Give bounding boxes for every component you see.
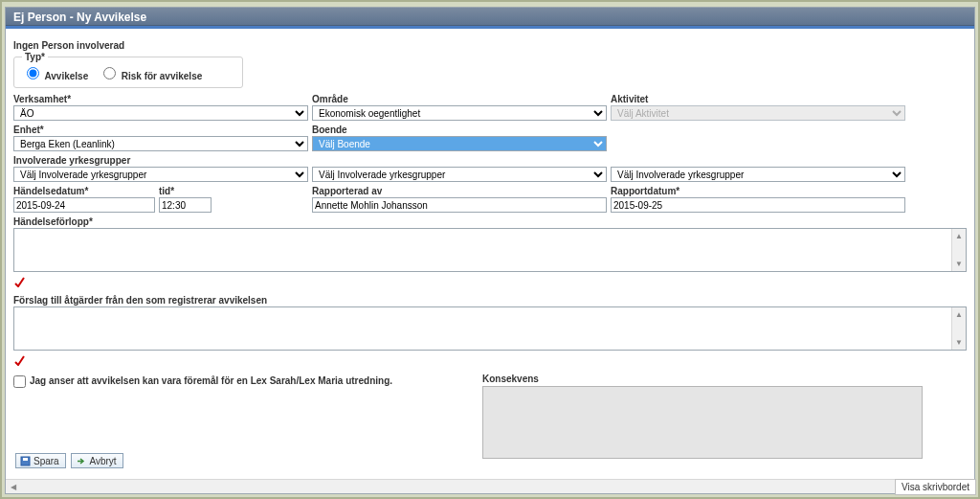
label-konsekvens: Konsekvens [482, 374, 923, 384]
cancel-button[interactable]: Avbryt [71, 453, 122, 468]
spellcheck-icon[interactable] [13, 274, 25, 287]
window-title: Ej Person - Ny Avvikelse [13, 11, 146, 24]
input-tid[interactable] [159, 197, 212, 213]
label-yrkesgrupper: Involverade yrkesgrupper [13, 155, 308, 166]
typ-group: Typ* Avvikelse Risk för avvikelse [13, 57, 243, 88]
window-titlebar: Ej Person - Ny Avvikelse [6, 8, 974, 26]
select-yrkesgrupper-2[interactable]: Välj Involverade yrkesgrupper [312, 167, 607, 182]
label-aktivitet: Aktivitet [611, 94, 905, 104]
scrollbar[interactable]: ▲ ▼ [951, 229, 966, 271]
checkbox-lex[interactable] [13, 375, 26, 388]
input-handelsedatum[interactable] [13, 197, 155, 213]
konsekvens-box [482, 386, 923, 459]
select-omrade[interactable]: Ekonomisk oegentlighet [312, 105, 607, 121]
input-rapporterad-av[interactable] [312, 197, 607, 213]
label-omrade: Område [312, 94, 607, 104]
scroll-up-icon[interactable]: ▲ [952, 307, 966, 322]
typ-option-risk[interactable]: Risk för avvikelse [99, 71, 202, 81]
input-rapportdatum[interactable] [611, 197, 905, 213]
select-yrkesgrupper-1[interactable]: Välj Involverade yrkesgrupper [13, 167, 308, 182]
label-handelsedatum: Händelsedatum* [13, 186, 155, 196]
label-rapporterad-av: Rapporterad av [312, 186, 607, 196]
typ-radio-avvikelse[interactable] [27, 67, 39, 79]
scrollbar[interactable]: ▲ ▼ [951, 307, 966, 350]
select-yrkesgrupper-3[interactable]: Välj Involverade yrkesgrupper [611, 167, 905, 182]
label-tid: tid* [159, 186, 212, 196]
svg-rect-1 [23, 458, 28, 461]
arrow-right-icon [76, 456, 86, 466]
save-button[interactable]: Spara [15, 453, 66, 468]
select-boende[interactable]: Välj Boende [312, 136, 607, 151]
label-rapportdatum: Rapportdatum* [611, 186, 905, 196]
window: Ej Person - Ny Avvikelse Ingen Person in… [5, 7, 975, 494]
label-boende: Boende [312, 125, 607, 135]
select-verksamhet[interactable]: ÄO [13, 105, 308, 121]
label-forslag: Förslag till åtgärder från den som regis… [13, 295, 967, 306]
label-handelseforlopp: Händelseförlopp* [13, 216, 967, 227]
select-enhet[interactable]: Berga Eken (Leanlink) [13, 136, 308, 151]
select-aktivitet: Välj Aktivitet [611, 105, 905, 121]
save-icon [20, 456, 31, 466]
textarea-forslag[interactable]: ▲ ▼ [13, 306, 967, 351]
typ-legend: Typ* [22, 52, 48, 62]
page-heading: Ingen Person involverad [13, 40, 967, 51]
textarea-handelseforlopp[interactable]: ▲ ▼ [13, 228, 967, 272]
scroll-up-icon[interactable]: ▲ [952, 229, 966, 243]
scroll-down-icon[interactable]: ▼ [952, 257, 966, 271]
typ-radio-risk[interactable] [103, 67, 116, 79]
spellcheck-icon[interactable] [13, 352, 25, 366]
label-enhet: Enhet* [13, 125, 308, 135]
scroll-down-icon[interactable]: ▼ [952, 335, 966, 350]
show-desktop-button[interactable]: Visa skrivbordet [895, 479, 976, 495]
horizontal-scrollbar[interactable]: ◀ [6, 479, 974, 493]
typ-option-avvikelse[interactable]: Avvikelse [22, 71, 91, 81]
scroll-left-icon[interactable]: ◀ [6, 480, 20, 494]
checkbox-lex-label: Jag anser att avvikelsen kan vara föremå… [30, 375, 392, 386]
label-verksamhet: Verksamhet* [13, 94, 308, 104]
